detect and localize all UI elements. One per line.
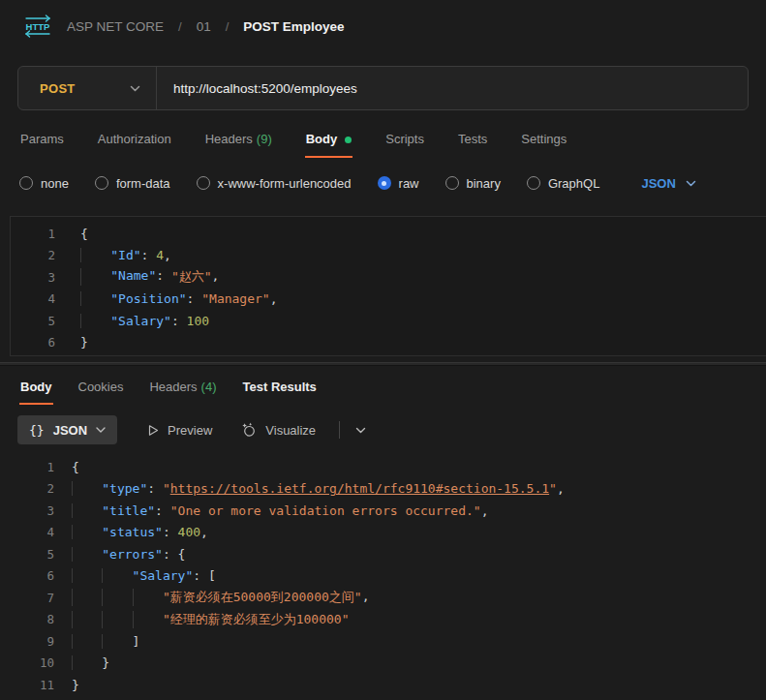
radio-label: raw [399, 176, 419, 191]
visualize-label: Visualize [265, 423, 316, 438]
indent-guide [133, 589, 163, 606]
request-body-editor[interactable]: 1{2"Id": 4,3"Name": "赵六",4"Position": "M… [10, 216, 766, 356]
preview-label: Preview [168, 423, 212, 438]
chevron-down-icon [96, 427, 106, 433]
method-label: POST [40, 81, 76, 96]
code-token: , [200, 525, 208, 539]
tab-tests[interactable]: Tests [457, 124, 488, 158]
radio-label: GraphQL [548, 176, 599, 191]
code-token: " [549, 481, 557, 496]
breadcrumb-folder[interactable]: 01 [197, 19, 211, 34]
code-line: 9] [0, 630, 766, 653]
radio-circle-icon [445, 176, 459, 190]
code-token: 100 [187, 314, 209, 328]
line-number: 11 [0, 678, 54, 692]
breadcrumb-separator: / [224, 19, 231, 34]
code-token: : [163, 547, 178, 562]
code-token: : [171, 314, 187, 328]
indent-guide [80, 248, 110, 262]
code-token: 400 [178, 525, 200, 539]
tab-settings[interactable]: Settings [520, 124, 567, 158]
breadcrumb-collection[interactable]: ASP NET CORE [67, 19, 164, 34]
code-token: { [80, 227, 88, 241]
tab-response-body[interactable]: Body [19, 373, 53, 405]
preview-button[interactable]: Preview [146, 423, 212, 438]
tab-response-headers[interactable]: Headers(4) [148, 373, 217, 405]
radio-graphql[interactable]: GraphQL [527, 176, 599, 191]
raw-language-dropdown[interactable]: JSON [641, 176, 695, 191]
response-headers-count-badge: (4) [201, 380, 217, 394]
radio-circle-icon [19, 176, 33, 190]
radio-none[interactable]: none [19, 176, 69, 191]
breadcrumb-request-name[interactable]: POST Employee [243, 19, 344, 34]
radio-x-www-form-urlencoded[interactable]: x-www-form-urlencoded [197, 176, 352, 191]
indent-guide [80, 268, 110, 286]
line-number: 4 [0, 525, 54, 539]
radio-label: x-www-form-urlencoded [218, 176, 352, 191]
url-bar: POST http://localhost:5200/employees [17, 66, 749, 110]
code-token: , [557, 481, 565, 496]
tab-authorization[interactable]: Authorization [97, 124, 172, 158]
code-token: , [270, 291, 278, 306]
radio-label: binary [467, 176, 501, 191]
code-token: : [156, 268, 171, 286]
code-token: , [212, 268, 220, 286]
code-token: ] [133, 634, 140, 649]
code-token: [ [208, 568, 216, 583]
code-token: } [80, 335, 88, 350]
line-number: 2 [11, 248, 55, 262]
code-token: : [163, 525, 178, 539]
line-number: 2 [0, 481, 54, 496]
code-line: 6} [11, 332, 766, 354]
indent-guide [72, 568, 102, 583]
code-token: : [155, 503, 170, 518]
tab-body[interactable]: Body [305, 124, 353, 158]
line-number: 4 [11, 291, 55, 306]
raw-language-label: JSON [641, 176, 675, 191]
method-dropdown[interactable]: POST [18, 67, 156, 109]
indent-guide [72, 525, 102, 539]
code-token: , [164, 248, 171, 262]
visualize-button[interactable]: Visualize [241, 422, 316, 438]
indent-guide [80, 291, 110, 306]
radio-circle-icon [378, 176, 391, 190]
code-link[interactable]: https://tools.ietf.org/html/rfc9110#sect… [170, 481, 549, 496]
code-line: 3"title": "One or more validation errors… [0, 500, 766, 522]
response-format-dropdown[interactable]: {} JSON [17, 415, 117, 444]
radio-label: none [41, 176, 69, 191]
radio-form-data[interactable]: form-data [95, 176, 170, 191]
radio-label: form-data [116, 176, 170, 191]
svg-text:HTTP: HTTP [26, 21, 50, 32]
code-line: 8"经理的薪资必须至少为100000" [0, 609, 766, 631]
chevron-down-icon[interactable] [355, 427, 366, 434]
tab-response-cookies[interactable]: Cookies [77, 373, 125, 405]
code-line: 5"errors": { [0, 543, 766, 565]
code-token: "经理的薪资必须至少为100000" [163, 611, 350, 628]
tab-test-results[interactable]: Test Results [242, 373, 318, 405]
indent-guide [102, 611, 132, 628]
code-token: " [163, 481, 170, 496]
radio-binary[interactable]: binary [445, 176, 501, 191]
indent-guide [80, 314, 110, 328]
indent-guide [72, 655, 102, 670]
tab-scripts[interactable]: Scripts [384, 124, 425, 158]
code-line: 10} [0, 653, 766, 675]
code-token: , [481, 503, 489, 518]
tab-params[interactable]: Params [19, 124, 65, 158]
code-token: "Manager" [201, 291, 269, 306]
code-token: "薪资必须在50000到200000之间" [163, 589, 362, 606]
response-toolbar: {} JSON Preview Visualize [0, 405, 766, 444]
braces-icon: {} [29, 423, 45, 438]
code-token: "status" [102, 525, 163, 539]
indent-guide [72, 481, 102, 496]
response-body-viewer[interactable]: 1{2"type": "https://tools.ietf.org/html/… [0, 444, 766, 696]
code-line: 3"Name": "赵六", [11, 266, 766, 289]
line-number: 3 [0, 503, 54, 518]
radio-raw[interactable]: raw [378, 176, 419, 191]
code-token: } [72, 678, 79, 692]
tab-headers[interactable]: Headers(9) [204, 124, 273, 158]
code-token: : [193, 568, 208, 583]
breadcrumb: HTTP ASP NET CORE / 01 / POST Employee [0, 0, 766, 39]
code-line: 4"Position": "Manager", [11, 289, 766, 311]
url-input[interactable]: http://localhost:5200/employees [157, 81, 357, 96]
